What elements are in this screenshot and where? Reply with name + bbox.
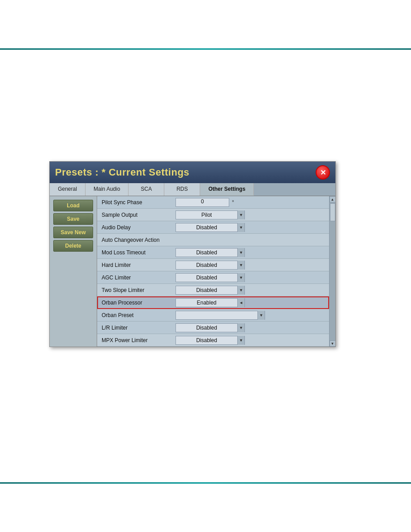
- save-new-button[interactable]: Save New: [53, 227, 93, 238]
- delete-button[interactable]: Delete: [53, 240, 93, 252]
- control-audio-delay: Disabled ▼: [176, 223, 329, 232]
- dropdown-orban-preset-arrow[interactable]: ▼: [257, 311, 265, 320]
- settings-table: Pilot Sync Phase 0 ° Sample Output Pilot: [97, 196, 329, 347]
- control-agc-limiter: Disabled ▼: [176, 273, 329, 282]
- load-button[interactable]: Load: [53, 200, 93, 211]
- control-pilot-sync-phase: 0 °: [176, 198, 329, 207]
- label-two-slope-limiter: Two Slope Limiter: [97, 287, 176, 293]
- dropdown-mod-loss-timeout[interactable]: Disabled ▼: [176, 248, 245, 257]
- dropdown-audio-delay-value: Disabled: [176, 224, 237, 231]
- control-mpx-power-limiter: Disabled ▼: [176, 336, 329, 345]
- dropdown-agc-limiter[interactable]: Disabled ▼: [176, 273, 245, 282]
- control-mod-loss-timeout: Disabled ▼: [176, 248, 329, 257]
- settings-panel: Pilot Sync Phase 0 ° Sample Output Pilot: [97, 196, 335, 347]
- tab-sca[interactable]: SCA: [128, 183, 164, 196]
- presets-dialog: Presets : * Current Settings ✕ General M…: [49, 161, 336, 347]
- dropdown-sample-output[interactable]: Pilot ▼: [176, 210, 245, 219]
- label-audio-delay: Audio Delay: [97, 224, 176, 231]
- close-button[interactable]: ✕: [316, 165, 330, 180]
- tab-main-audio[interactable]: Main Audio: [86, 183, 128, 196]
- dropdown-lr-limiter-value: Disabled: [176, 325, 237, 331]
- label-mpx-power-limiter: MPX Power Limiter: [97, 337, 176, 343]
- dropdown-audio-delay-arrow[interactable]: ▼: [237, 223, 244, 232]
- dropdown-two-slope-limiter[interactable]: Disabled ▼: [176, 286, 245, 295]
- dropdown-orban-preset[interactable]: ▼: [176, 311, 265, 320]
- scrollbar-thumb[interactable]: [330, 203, 335, 221]
- input-pilot-sync-phase[interactable]: 0: [176, 198, 229, 207]
- row-mpx-power-limiter: MPX Power Limiter Disabled ▼: [97, 334, 329, 347]
- dropdown-sample-output-value: Pilot: [176, 212, 237, 218]
- title-bar: Presets : * Current Settings ✕: [50, 162, 335, 183]
- dropdown-mpx-power-limiter-arrow[interactable]: ▼: [237, 336, 244, 345]
- label-sample-output: Sample Output: [97, 212, 176, 218]
- tabs-row: General Main Audio SCA RDS Other Setting…: [50, 183, 335, 196]
- control-orban-preset: ▼: [176, 311, 329, 320]
- label-mod-loss-timeout: Mod Loss Timeout: [97, 249, 176, 256]
- dropdown-mpx-power-limiter[interactable]: Disabled ▼: [176, 336, 245, 345]
- row-agc-limiter: AGC Limiter Disabled ▼: [97, 271, 329, 284]
- label-orban-preset: Orban Preset: [97, 312, 176, 318]
- label-agc-limiter: AGC Limiter: [97, 275, 176, 281]
- label-hard-limiter: Hard Limiter: [97, 262, 176, 268]
- control-lr-limiter: Disabled ▼: [176, 323, 329, 332]
- save-button[interactable]: Save: [53, 213, 93, 225]
- row-auto-changeover-action: Auto Changeover Action: [97, 234, 329, 246]
- scrollbar-up[interactable]: ▲: [330, 196, 336, 202]
- row-audio-delay: Audio Delay Disabled ▼: [97, 221, 329, 234]
- tab-rds[interactable]: RDS: [164, 183, 200, 196]
- dropdown-sample-output-arrow[interactable]: ▼: [237, 210, 244, 219]
- dropdown-mpx-power-limiter-value: Disabled: [176, 337, 237, 343]
- dropdown-mod-loss-timeout-arrow[interactable]: ▼: [237, 248, 244, 257]
- row-lr-limiter: L/R Limiter Disabled ▼: [97, 322, 329, 334]
- dropdown-lr-limiter[interactable]: Disabled ▼: [176, 323, 245, 332]
- row-hard-limiter: Hard Limiter Disabled ▼: [97, 259, 329, 271]
- dropdown-orban-processor-value: Enabled: [176, 300, 237, 306]
- dropdown-hard-limiter[interactable]: Disabled ▼: [176, 261, 245, 270]
- dropdown-two-slope-limiter-arrow[interactable]: ▼: [237, 286, 244, 295]
- dropdown-mod-loss-timeout-value: Disabled: [176, 249, 237, 256]
- dropdown-audio-delay[interactable]: Disabled ▼: [176, 223, 245, 232]
- dropdown-agc-limiter-value: Disabled: [176, 275, 237, 281]
- label-pilot-sync-phase: Pilot Sync Phase: [97, 199, 176, 206]
- row-two-slope-limiter: Two Slope Limiter Disabled ▼: [97, 284, 329, 296]
- label-orban-processor: Orban Processor: [97, 300, 176, 306]
- control-two-slope-limiter: Disabled ▼: [176, 286, 329, 295]
- scrollbar[interactable]: ▲ ▼: [329, 196, 335, 347]
- row-pilot-sync-phase: Pilot Sync Phase 0 °: [97, 196, 329, 209]
- content-area: Load Save Save New Delete Pilot Sync Pha…: [50, 196, 335, 347]
- scrollbar-down[interactable]: ▼: [330, 340, 336, 347]
- scroll-area: Pilot Sync Phase 0 ° Sample Output Pilot: [97, 196, 335, 347]
- dropdown-orban-processor[interactable]: Enabled ◄: [176, 298, 245, 307]
- dropdown-orban-processor-arrow[interactable]: ◄: [237, 298, 244, 307]
- control-hard-limiter: Disabled ▼: [176, 261, 329, 270]
- row-mod-loss-timeout: Mod Loss Timeout Disabled ▼: [97, 246, 329, 259]
- bottom-decorative-bar: [0, 482, 411, 484]
- dropdown-hard-limiter-arrow[interactable]: ▼: [237, 261, 244, 270]
- top-decorative-bar: [0, 48, 411, 50]
- dropdown-two-slope-limiter-value: Disabled: [176, 287, 237, 293]
- row-orban-processor: Orban Processor Enabled ◄: [97, 296, 329, 309]
- row-sample-output: Sample Output Pilot ▼: [97, 209, 329, 221]
- sidebar: Load Save Save New Delete: [50, 196, 97, 347]
- dropdown-agc-limiter-arrow[interactable]: ▼: [237, 273, 244, 282]
- dropdown-hard-limiter-value: Disabled: [176, 262, 237, 268]
- label-auto-changeover-action: Auto Changeover Action: [97, 237, 176, 243]
- control-orban-processor: Enabled ◄: [176, 298, 329, 307]
- control-sample-output: Pilot ▼: [176, 210, 329, 219]
- tab-general[interactable]: General: [50, 183, 86, 196]
- dialog-title: Presets : * Current Settings: [55, 167, 189, 178]
- unit-pilot-sync-phase: °: [232, 199, 234, 206]
- row-orban-preset: Orban Preset ▼: [97, 309, 329, 322]
- label-lr-limiter: L/R Limiter: [97, 325, 176, 331]
- tab-other-settings[interactable]: Other Settings: [200, 183, 254, 196]
- dropdown-lr-limiter-arrow[interactable]: ▼: [237, 323, 244, 332]
